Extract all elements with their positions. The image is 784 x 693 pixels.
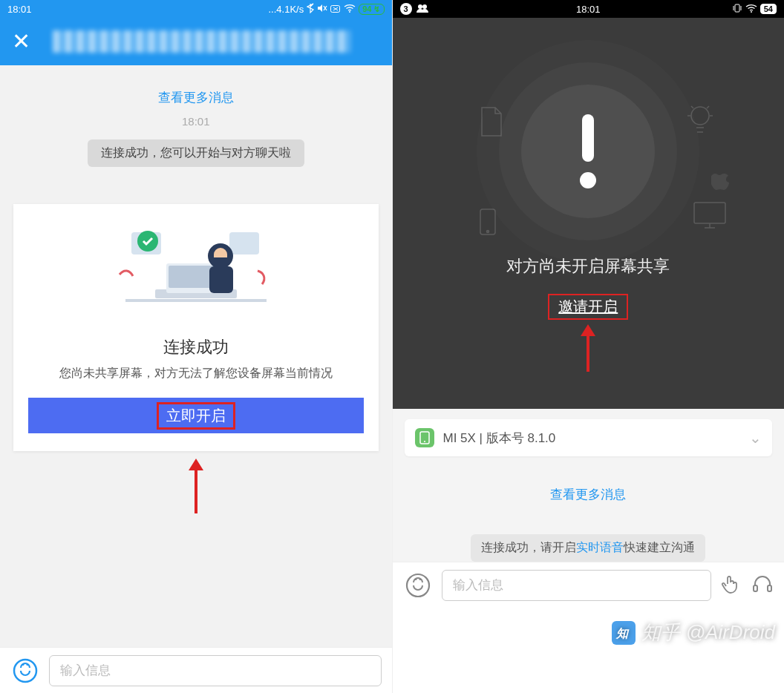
system-message: 连接成功，您可以开始与对方聊天啦 xyxy=(88,139,304,167)
svg-rect-26 xyxy=(768,585,771,591)
svg-rect-3 xyxy=(229,232,259,254)
card-title: 连接成功 xyxy=(28,336,364,358)
annotation-arrow xyxy=(186,456,206,515)
svg-point-21 xyxy=(580,172,596,188)
vibrate-icon xyxy=(732,3,742,16)
wifi-icon xyxy=(745,4,757,15)
input-bar-left xyxy=(0,647,392,693)
input-bar-right xyxy=(393,562,785,608)
monitor-icon xyxy=(691,200,728,235)
device-icon xyxy=(415,428,434,447)
annotation-arrow xyxy=(578,321,598,376)
notification-count: 3 xyxy=(400,3,412,15)
view-more-link[interactable]: 查看更多消息 xyxy=(550,486,626,503)
chat-header: ✕ xyxy=(0,18,392,65)
battery-saver-icon xyxy=(330,4,341,15)
chat-body-left: 查看更多消息 18:01 连接成功，您可以开始与对方聊天啦 xyxy=(0,65,392,647)
voice-icon[interactable] xyxy=(403,571,433,600)
connection-card: 连接成功 您尚未共享屏幕，对方无法了解您设备屏幕当前情况 立即开启 xyxy=(13,204,379,451)
chat-body-right: MI 5X | 版本号 8.1.0 ⌄ 查看更多消息 连接成功，请开启实时语音快… xyxy=(393,409,785,562)
svg-rect-10 xyxy=(125,299,267,302)
status-bar-right: 3 18:01 54 xyxy=(393,0,785,18)
annotation-highlight: 立即开启 xyxy=(157,402,235,430)
phone-icon xyxy=(478,207,497,240)
svg-point-16 xyxy=(691,107,709,125)
message-timestamp: 18:01 xyxy=(182,115,210,128)
watermark: 知 知乎 @AirDroid xyxy=(612,620,775,646)
chevron-down-icon: ⌄ xyxy=(749,429,762,447)
phone-screenshot-right: 3 18:01 54 对方尚未开启屏幕共享 邀请开启 xyxy=(393,0,785,693)
realtime-voice-link[interactable]: 实时语音 xyxy=(576,541,624,554)
share-status-text: 对方尚未开启屏幕共享 xyxy=(506,255,670,277)
status-bar-left: 18:01 ...4.1K/s 94 ↯ xyxy=(0,0,392,18)
device-name: MI 5X | 版本号 8.1.0 xyxy=(443,430,556,447)
svg-text:知: 知 xyxy=(615,627,630,640)
file-icon xyxy=(474,103,507,143)
status-time: 18:01 xyxy=(576,4,601,15)
start-now-button[interactable]: 立即开启 xyxy=(28,398,364,433)
message-input[interactable] xyxy=(442,570,712,601)
svg-point-15 xyxy=(751,11,752,13)
gesture-icon[interactable] xyxy=(720,573,742,598)
battery-badge: 94 ↯ xyxy=(359,4,384,15)
svg-rect-19 xyxy=(694,203,725,223)
svg-rect-9 xyxy=(209,266,233,293)
phone-screenshot-left: 18:01 ...4.1K/s 94 ↯ ✕ 查看更多消息 18:01 连接成功… xyxy=(0,0,393,693)
svg-rect-25 xyxy=(754,585,757,591)
svg-point-1 xyxy=(349,11,350,13)
battery-badge: 54 xyxy=(760,4,777,14)
mute-icon xyxy=(317,4,327,15)
voice-icon[interactable] xyxy=(10,656,40,686)
apple-icon xyxy=(711,166,732,193)
screen-share-panel: 对方尚未开启屏幕共享 邀请开启 MI 5X | 版本号 8.1.0 ⌄ 查看更多… xyxy=(393,18,785,562)
card-illustration xyxy=(28,219,364,323)
chat-title-blurred xyxy=(53,30,350,53)
svg-point-13 xyxy=(422,4,427,9)
status-net-speed: ...4.1K/s xyxy=(268,4,304,15)
status-time: 18:01 xyxy=(7,4,32,15)
annotation-highlight: 邀请开启 xyxy=(548,294,628,320)
svg-rect-27 xyxy=(612,621,636,645)
invite-link[interactable]: 邀请开启 xyxy=(558,298,618,315)
svg-rect-14 xyxy=(735,4,739,12)
wifi-icon xyxy=(344,4,356,15)
lightbulb-icon xyxy=(683,99,717,139)
system-message: 连接成功，请开启实时语音快速建立沟通 xyxy=(471,534,705,562)
headset-icon[interactable] xyxy=(751,573,774,598)
view-more-link[interactable]: 查看更多消息 xyxy=(158,89,234,106)
message-input[interactable] xyxy=(49,655,382,686)
card-subtitle: 您尚未共享屏幕，对方无法了解您设备屏幕当前情况 xyxy=(28,366,364,381)
exclamation-icon xyxy=(521,85,655,218)
bluetooth-icon xyxy=(307,3,314,16)
contacts-icon xyxy=(416,4,428,15)
svg-point-12 xyxy=(418,4,422,9)
close-icon[interactable]: ✕ xyxy=(12,30,30,53)
svg-point-23 xyxy=(424,441,425,442)
svg-rect-20 xyxy=(582,114,594,162)
device-info-row[interactable]: MI 5X | 版本号 8.1.0 ⌄ xyxy=(405,419,773,456)
svg-point-18 xyxy=(486,231,489,233)
